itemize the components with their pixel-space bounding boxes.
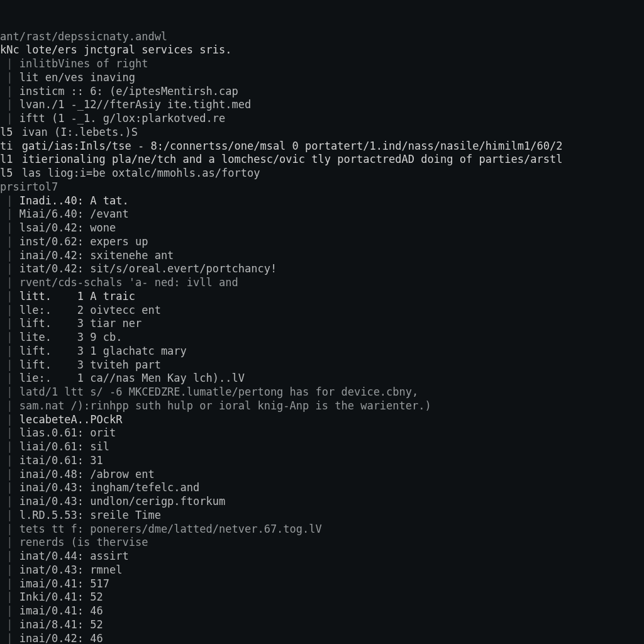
output-line: | lit en/ves inaving	[0, 71, 644, 85]
output-line: | sam.nat /):rinhpp suth hulp or ioral k…	[0, 399, 644, 413]
output-line: | litt. 1 A traic	[0, 290, 644, 304]
output-line: ant/rast/depssicnaty.andwl	[0, 30, 644, 44]
tree-pipe-icon: |	[0, 85, 19, 97]
line-text: renerds (is thervise	[19, 536, 148, 548]
tree-pipe-icon: |	[0, 304, 19, 316]
line-text: imai/0.41: 46	[19, 604, 103, 617]
tree-pipe-icon: |	[0, 372, 19, 384]
output-line: | inai/0.43: undlon/cerigp.ftorkum	[0, 495, 644, 509]
tree-pipe-icon: |	[0, 604, 19, 617]
tree-pipe-icon: |	[0, 399, 19, 412]
line-text: latd/1 ltt s/ -6 MKCEDZRE.lumatle/perton…	[19, 386, 419, 398]
output-line: | lias.0.61: orit	[0, 426, 644, 440]
line-text: gati/ias:Inls/tse - 8:/connertss/one/msa…	[22, 140, 563, 152]
output-line: | itat/0.42: sit/s/oreal.evert/portchanc…	[0, 262, 644, 276]
tree-pipe-icon: |	[0, 632, 19, 645]
output-line: l5 ivan (I:.lebets.)S	[0, 126, 644, 140]
output-line: | imai/0.41: 46	[0, 604, 644, 618]
line-text: lift. 3 1 glachatc mary	[19, 345, 187, 357]
line-number: l5	[0, 126, 19, 138]
output-line: | lecabeteA..POckR	[0, 413, 644, 427]
line-text: las liog:i=be oxtalc/mmohls.as/fortoy	[22, 167, 260, 179]
line-text: lite. 3 9 cb.	[19, 331, 123, 343]
output-line: | renerds (is thervise	[0, 536, 644, 550]
tree-pipe-icon: |	[0, 454, 19, 467]
line-text: l.RD.5.53: sreile Time	[19, 509, 161, 521]
line-text: inai/0.48: /abrow ent	[19, 468, 155, 480]
tree-pipe-icon: |	[0, 249, 19, 262]
tree-pipe-icon: |	[0, 577, 19, 590]
output-line: | Miai/6.40: /evant	[0, 208, 644, 221]
line-text: prsirtol7	[0, 180, 58, 193]
output-line: | inat/0.43: rmnel	[0, 564, 644, 577]
line-text: inai/8.41: 52	[19, 618, 103, 631]
line-text: liai/0.61: sil	[19, 440, 109, 453]
line-text: ant/rast/depssicnaty.andwl	[0, 30, 167, 43]
output-line: | inai/0.43: ingham/tefelc.and	[0, 481, 644, 495]
output-line: | lift. 3 tviteh part	[0, 358, 644, 372]
line-text: Inki/0.41: 52	[19, 591, 103, 603]
tree-pipe-icon: |	[0, 564, 19, 576]
line-text: sam.nat /):rinhpp suth hulp or ioral kni…	[19, 399, 431, 412]
terminal-output[interactable]: ant/rast/depssicnaty.andwlkNc lote/ers j…	[0, 0, 644, 644]
tree-pipe-icon: |	[0, 358, 19, 371]
tree-pipe-icon: |	[0, 221, 19, 234]
line-text: inai/0.42: 46	[19, 632, 103, 645]
output-line: | inat/0.44: assirt	[0, 550, 644, 564]
output-line: | rvent/cds-schals 'a- ned: ivll and	[0, 276, 644, 290]
output-line: | imai/0.41: 517	[0, 577, 644, 591]
line-text: lias.0.61: orit	[19, 426, 116, 439]
line-text: Miai/6.40: /evant	[19, 208, 129, 220]
output-line: | inst/0.62: expers up	[0, 235, 644, 249]
line-number: l5	[0, 167, 19, 179]
line-text: litt. 1 A traic	[19, 290, 135, 303]
tree-pipe-icon: |	[0, 550, 19, 562]
output-line: | Inki/0.41: 52	[0, 591, 644, 604]
line-text: itai/0.61: 31	[19, 454, 103, 467]
tree-pipe-icon: |	[0, 262, 19, 275]
output-line: | lift. 3 1 glachatc mary	[0, 345, 644, 358]
output-line: l5 las liog:i=be oxtalc/mmohls.as/fortoy	[0, 167, 644, 180]
output-line: | itai/0.61: 31	[0, 454, 644, 468]
tree-pipe-icon: |	[0, 413, 19, 426]
tree-pipe-icon: |	[0, 112, 19, 125]
output-line: | insticm :: 6: (e/iptesMentirsh.cap	[0, 85, 644, 99]
tree-pipe-icon: |	[0, 98, 19, 111]
output-line: | l.RD.5.53: sreile Time	[0, 509, 644, 523]
line-text: lie:. 1 ca//nas Men Kay lch)..lV	[19, 372, 245, 384]
tree-pipe-icon: |	[0, 345, 19, 357]
line-text: itat/0.42: sit/s/oreal.evert/portchancy!	[19, 262, 277, 275]
output-line: | inai/8.41: 52	[0, 618, 644, 632]
line-text: lvan./1 -_12//fterAsiy ite.tight.med	[19, 98, 251, 111]
line-text: rvent/cds-schals 'a- ned: ivll and	[19, 276, 238, 289]
line-text: inst/0.62: expers up	[19, 235, 148, 248]
output-line: kNc lote/ers jnctgral services sris.	[0, 43, 644, 57]
line-text: inat/0.43: rmnel	[19, 564, 123, 576]
line-text: inai/0.43: undlon/cerigp.ftorkum	[19, 495, 226, 508]
tree-pipe-icon: |	[0, 276, 19, 289]
output-line: | inai/0.42: 46	[0, 632, 644, 645]
tree-pipe-icon: |	[0, 208, 19, 220]
line-text: inlitbVines of right	[19, 57, 148, 70]
line-text: lit en/ves inaving	[19, 71, 135, 84]
tree-pipe-icon: |	[0, 426, 19, 439]
line-text: ivan (I:.lebets.)S	[22, 126, 138, 138]
output-line: | latd/1 ltt s/ -6 MKCEDZRE.lumatle/pert…	[0, 386, 644, 399]
output-line: | lift. 3 tiar ner	[0, 317, 644, 331]
tree-pipe-icon: |	[0, 194, 19, 207]
line-text: lift. 3 tviteh part	[19, 358, 161, 371]
line-text: itierionaling pla/ne/tch and a lomchesc/…	[22, 153, 563, 165]
output-line: | inai/0.48: /abrow ent	[0, 468, 644, 482]
output-line: | Inadi..40: A tat.	[0, 194, 644, 208]
tree-pipe-icon: |	[0, 440, 19, 453]
output-line: | inai/0.42: sxitenehe ant	[0, 249, 644, 263]
line-text: lsai/0.42: wone	[19, 221, 116, 234]
line-text: lift. 3 tiar ner	[19, 317, 142, 330]
output-line: ti gati/ias:Inls/tse - 8:/connertss/one/…	[0, 140, 644, 153]
output-lines: ant/rast/depssicnaty.andwlkNc lote/ers j…	[0, 30, 644, 645]
tree-pipe-icon: |	[0, 71, 19, 84]
line-text: iftt (1 -_1. g/lox:plarkotved.re	[19, 112, 226, 125]
line-text: imai/0.41: 517	[19, 577, 109, 590]
line-text: Inadi..40: A tat.	[19, 194, 129, 207]
tree-pipe-icon: |	[0, 591, 19, 603]
